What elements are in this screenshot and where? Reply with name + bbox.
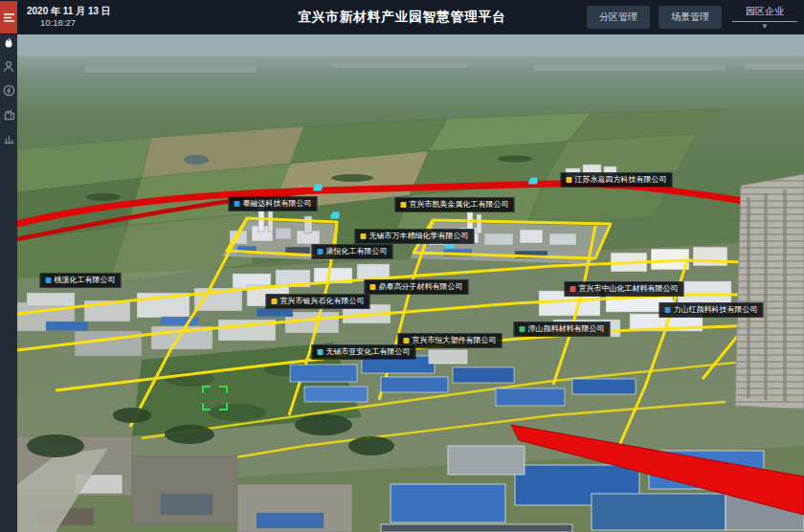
company-label[interactable]: 力山红颜料科技有限公司 <box>659 302 764 318</box>
company-label[interactable]: 泰融达科技有限公司 <box>229 196 318 211</box>
sidebar-item-person[interactable] <box>2 59 15 73</box>
company-marker-icon <box>234 201 240 207</box>
company-marker-icon <box>361 233 367 239</box>
datetime: 2020 年 11 月 13 日 10:18:27 <box>27 5 111 30</box>
company-label[interactable]: 宜兴市中山化工材料有限公司 <box>565 281 684 297</box>
company-label[interactable]: 桃溪化工有限公司 <box>40 273 122 288</box>
current-time: 10:18:27 <box>40 17 111 30</box>
vehicle-marker-icon[interactable] <box>330 214 340 219</box>
vehicle-marker-icon[interactable] <box>313 187 323 191</box>
company-label-text: 宜兴市恒大塑件有限公司 <box>413 337 497 344</box>
company-marker-icon <box>404 338 410 344</box>
factory-icon <box>3 108 15 121</box>
company-label[interactable]: 康恒化工有限公司 <box>312 244 393 259</box>
company-label[interactable]: 江苏永嘉四方科技有限公司 <box>561 172 673 188</box>
company-label[interactable]: 宜兴市银兴石化有限公司 <box>266 294 370 309</box>
company-marker-icon <box>370 284 376 290</box>
company-marker-icon <box>520 326 525 332</box>
company-marker-icon <box>318 249 324 255</box>
company-marker-icon <box>401 202 407 208</box>
zone-manage-button[interactable]: 分区管理 <box>587 6 650 29</box>
left-sidebar <box>0 33 17 532</box>
company-label-text: 鼎泰高分子材料有限公司 <box>379 283 463 291</box>
company-label-text: 无锡市亚安化工有限公司 <box>326 348 411 356</box>
company-marker-icon <box>570 286 576 292</box>
chevron-down-icon: ▼ <box>730 23 799 31</box>
company-label-text: 宜兴市银兴石化有限公司 <box>280 298 365 305</box>
company-label[interactable]: 无锡市万丰精细化学有限公司 <box>355 229 475 244</box>
company-label-text: 桃溪化工有限公司 <box>55 277 116 284</box>
sidebar-item-stats[interactable] <box>2 131 15 144</box>
company-label-text: 宜兴市凯美金属化工有限公司 <box>410 201 509 209</box>
company-marker-icon <box>665 307 671 313</box>
company-label[interactable]: 宜兴市凯美金属化工有限公司 <box>395 197 515 212</box>
company-label-text: 潭山颜料材料有限公司 <box>528 325 605 333</box>
company-label-text: 无锡市万丰精细化学有限公司 <box>369 233 469 240</box>
company-label[interactable]: 潭山颜料材料有限公司 <box>514 321 611 337</box>
company-label[interactable]: 无锡市亚安化工有限公司 <box>312 344 416 360</box>
company-label-text: 宜兴市中山化工材料有限公司 <box>579 285 679 293</box>
page-title: 宜兴市新材料产业园智慧管理平台 <box>298 9 506 26</box>
company-marker-icon <box>318 349 324 355</box>
topbar-actions: 分区管理 场景管理 园区企业 ▼ <box>587 5 804 31</box>
sidebar-item-fire[interactable] <box>2 35 15 49</box>
company-label-text: 康恒化工有限公司 <box>326 248 388 255</box>
hamburger-icon <box>4 13 14 22</box>
current-date: 2020 年 11 月 13 日 <box>27 5 111 18</box>
vehicle-marker-icon[interactable] <box>445 244 455 249</box>
company-label-text: 泰融达科技有限公司 <box>243 200 312 208</box>
menu-button[interactable] <box>0 1 17 33</box>
top-bar: 2020 年 11 月 13 日 10:18:27 宜兴市新材料产业园智慧管理平… <box>0 0 804 34</box>
company-marker-icon <box>272 299 278 304</box>
park-enterprise-dropdown[interactable]: 园区企业 ▼ <box>730 5 799 31</box>
sidebar-item-power[interactable] <box>2 83 15 97</box>
company-label-text: 江苏永嘉四方科技有限公司 <box>575 176 667 184</box>
company-marker-icon <box>567 177 572 183</box>
company-label[interactable]: 鼎泰高分子材料有限公司 <box>365 279 469 295</box>
dropdown-label: 园区企业 <box>730 5 799 18</box>
company-label-text: 力山红颜料科技有限公司 <box>674 306 758 314</box>
person-icon <box>3 60 14 73</box>
scene-manage-button[interactable]: 场景管理 <box>659 6 722 29</box>
sidebar-item-factory[interactable] <box>2 107 15 121</box>
company-marker-icon <box>46 277 52 283</box>
map-viewport[interactable]: 泰融达科技有限公司 宜兴市凯美金属化工有限公司 江苏永嘉四方科技有限公司 无锡市… <box>17 34 804 532</box>
power-icon <box>3 84 15 97</box>
bar-chart-icon <box>3 132 15 144</box>
flame-icon <box>3 36 14 49</box>
vehicle-marker-icon[interactable] <box>528 180 538 185</box>
